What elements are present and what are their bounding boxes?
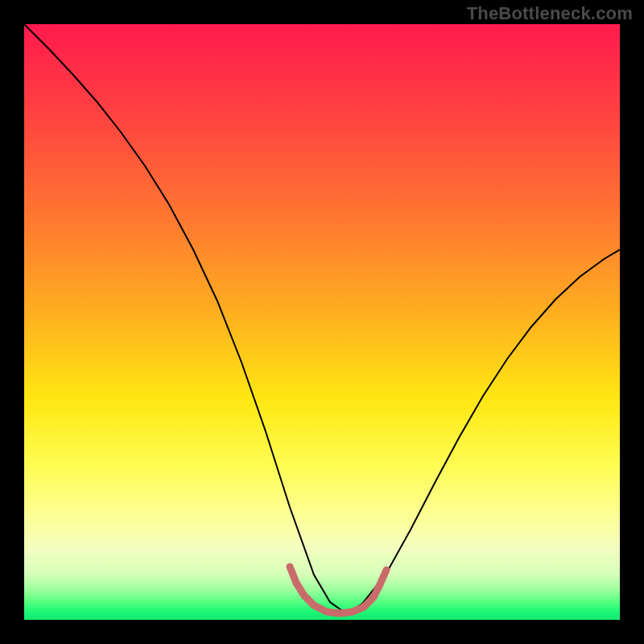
curve-layer: [24, 24, 620, 620]
main-curve: [24, 24, 620, 613]
chart-frame: TheBottleneck.com: [0, 0, 644, 644]
watermark-text: TheBottleneck.com: [467, 3, 633, 24]
tip-highlight: [290, 567, 386, 613]
plot-area: [24, 24, 620, 620]
